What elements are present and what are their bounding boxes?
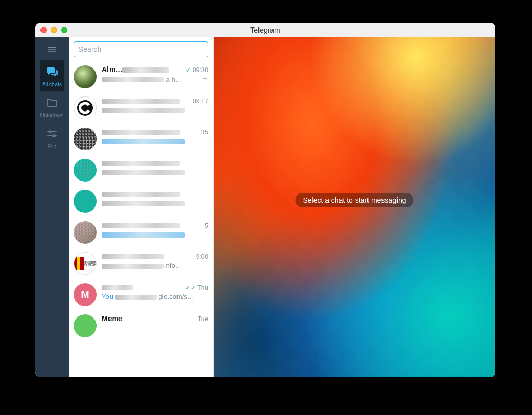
- sidebar-item-label: Uptodown: [40, 113, 63, 118]
- check-icon: ✓: [186, 66, 191, 74]
- sidebar: All chatsUptodownEdit: [35, 37, 69, 377]
- chat-avatar: M: [74, 283, 97, 306]
- chat-list-item[interactable]: Meme Tue: [69, 310, 213, 341]
- sidebar-item-all-chats[interactable]: All chats: [40, 60, 63, 91]
- chat-avatar: [74, 221, 97, 244]
- chat-avatar: [74, 314, 97, 337]
- chat-preview: [102, 106, 208, 114]
- search-wrap: [69, 37, 213, 61]
- chat-name: [102, 190, 205, 198]
- chat-list[interactable]: Alm…✓ 09:30 a h… 09:17 35 5MINISTERDE SA…: [69, 61, 213, 377]
- chat-avatar: MINISTERDE SANID: [74, 252, 97, 275]
- folder-icon: [46, 96, 58, 111]
- chat-avatar: [74, 128, 97, 150]
- svg-point-6: [53, 135, 55, 137]
- svg-point-4: [49, 131, 51, 133]
- chat-list-item[interactable]: 5: [69, 217, 213, 248]
- chat-name: [102, 252, 193, 260]
- sidebar-item-uptodown[interactable]: Uptodown: [40, 91, 63, 122]
- chat-list-item[interactable]: M✓✓ ThuYou gle.com/s…: [69, 279, 213, 310]
- chat-list-item[interactable]: 35: [69, 123, 213, 155]
- chat-name: [102, 96, 189, 105]
- zoom-window-button[interactable]: [61, 27, 67, 33]
- chat-list-item[interactable]: 09:17: [69, 92, 213, 123]
- chat-avatar: [74, 159, 97, 182]
- close-window-button[interactable]: [40, 27, 47, 33]
- chat-list-item[interactable]: Alm…✓ 09:30 a h…: [69, 61, 213, 92]
- minimize-window-button[interactable]: [51, 27, 57, 33]
- chat-name: Meme: [102, 314, 195, 323]
- pin-icon: [201, 75, 208, 84]
- chat-preview: a h…: [102, 76, 199, 84]
- chat-time: 35: [201, 129, 208, 136]
- chat-avatar: [74, 65, 97, 88]
- chats-icon: [46, 65, 58, 80]
- chat-avatar: [74, 96, 97, 119]
- chat-name: [102, 283, 182, 292]
- chat-preview: [102, 168, 208, 176]
- double-check-icon: ✓✓: [185, 284, 196, 292]
- chat-name: Alm…: [102, 65, 183, 74]
- sidebar-item-label: All chats: [42, 81, 62, 87]
- chat-preview: [102, 137, 208, 145]
- chat-list-column: Alm…✓ 09:30 a h… 09:17 35 5MINISTERDE SA…: [69, 37, 214, 377]
- chat-list-item[interactable]: [69, 186, 213, 217]
- chat-time: ✓ 09:30: [186, 66, 208, 74]
- chat-time: ✓✓ Thu: [185, 284, 208, 292]
- chat-time: 5: [204, 222, 208, 229]
- main-pane: Select a chat to start messaging: [214, 37, 495, 377]
- search-input[interactable]: [74, 42, 208, 57]
- sliders-icon: [46, 128, 58, 142]
- chat-name: [102, 221, 201, 229]
- chat-preview: [102, 199, 208, 207]
- chat-name: [102, 159, 205, 167]
- chat-time: Tue: [198, 315, 208, 323]
- sidebar-item-label: Edit: [47, 144, 56, 149]
- chat-preview: You gle.com/s…: [102, 293, 208, 300]
- sidebar-item-edit[interactable]: Edit: [40, 122, 63, 154]
- chat-list-item[interactable]: [69, 155, 213, 186]
- app-window: Telegram All chatsUptodownEdit Alm…✓ 09:…: [35, 23, 495, 377]
- chat-name: [102, 128, 198, 136]
- chat-time: 09:17: [193, 98, 208, 105]
- chat-preview: [102, 230, 208, 238]
- window-title: Telegram: [35, 26, 495, 34]
- chat-avatar: [74, 190, 97, 213]
- empty-state-message: Select a chat to start messaging: [295, 193, 413, 208]
- menu-icon: [47, 45, 57, 55]
- titlebar: Telegram: [35, 23, 495, 37]
- chat-time: 9:00: [196, 253, 208, 260]
- chat-list-item[interactable]: MINISTERDE SANID 9:00 nfo…: [69, 248, 213, 279]
- window-controls: [40, 27, 67, 33]
- hamburger-menu-button[interactable]: [35, 39, 69, 60]
- chat-preview: nfo…: [102, 261, 208, 269]
